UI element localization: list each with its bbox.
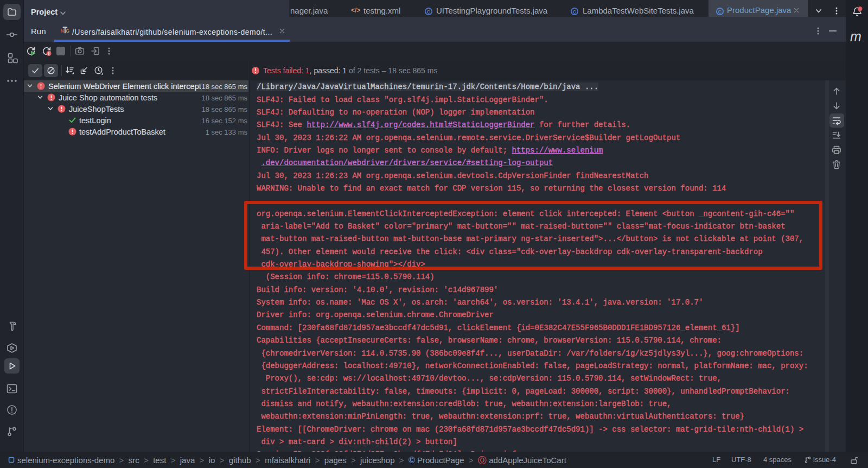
svg-text:C: C xyxy=(427,9,431,15)
svg-text:N: N xyxy=(61,28,65,34)
svg-text:C: C xyxy=(718,9,722,15)
svg-text:C: C xyxy=(573,9,577,15)
svg-text:G: G xyxy=(66,28,69,34)
